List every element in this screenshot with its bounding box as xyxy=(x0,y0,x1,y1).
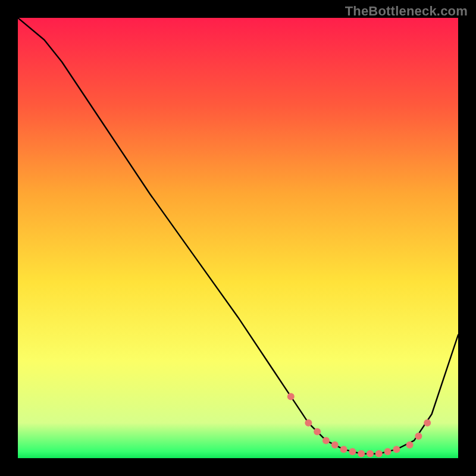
highlight-dot xyxy=(375,450,383,458)
highlight-dot xyxy=(424,419,431,427)
chart-container: TheBottleneck.com xyxy=(0,0,476,476)
highlight-dot xyxy=(406,441,414,449)
highlight-dot xyxy=(314,428,321,436)
highlight-dot xyxy=(349,448,356,455)
highlight-dot xyxy=(340,446,347,453)
highlight-dot xyxy=(322,437,330,444)
plot-area xyxy=(18,18,458,458)
highlight-dot xyxy=(415,433,422,440)
highlight-dot xyxy=(393,446,400,453)
highlight-dot xyxy=(358,450,365,458)
highlight-dot xyxy=(384,448,392,455)
svg-rect-0 xyxy=(18,18,458,458)
highlight-dot xyxy=(305,419,312,427)
highlight-dot xyxy=(331,441,339,449)
highlight-dot xyxy=(367,450,374,458)
chart-svg xyxy=(18,18,458,458)
highlight-dot xyxy=(287,393,295,400)
watermark-label: TheBottleneck.com xyxy=(345,4,468,19)
